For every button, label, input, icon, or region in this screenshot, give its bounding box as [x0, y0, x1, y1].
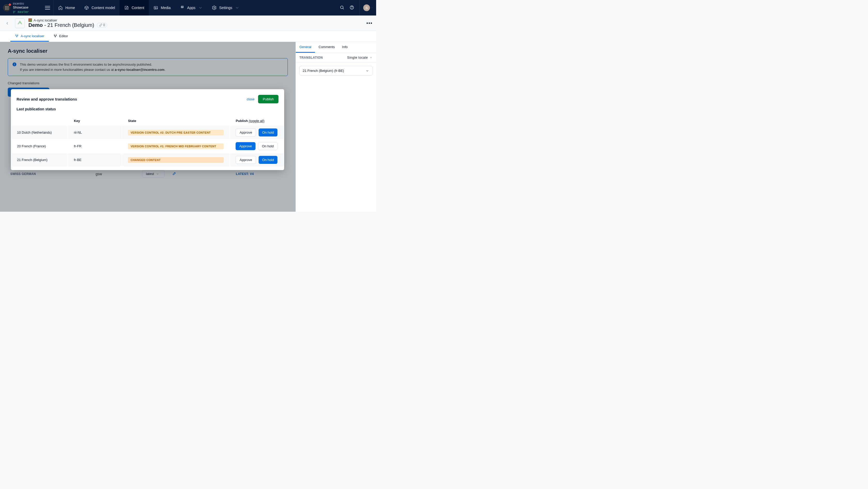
cell-language: 21 French (Belgium) — [11, 153, 68, 166]
entry-title: Demo - 21 French (Belgium) — [28, 22, 94, 28]
cell-language: 10 Dutch (Netherlands) — [11, 126, 68, 139]
th-key: Key — [68, 116, 122, 125]
translation-section-label: TRANSLATION — [300, 56, 323, 59]
svg-point-0 — [13, 11, 14, 12]
org-name: incentro — [13, 2, 29, 5]
back-button[interactable] — [4, 21, 10, 25]
svg-point-2 — [15, 11, 15, 11]
nav-content-model[interactable]: Content model — [80, 0, 120, 16]
modal-title: Review and approve translations — [17, 97, 77, 101]
sidetab-comments[interactable]: Comments — [315, 42, 338, 53]
search-icon[interactable] — [340, 5, 344, 10]
svg-point-5 — [214, 7, 215, 8]
onhold-button[interactable]: On hold — [258, 142, 278, 150]
cell-language: 20 French (France) — [11, 140, 68, 153]
environment-branch: master — [13, 10, 29, 14]
user-menu[interactable]: S — [359, 0, 373, 16]
table-row: 21 French (Belgium)fr-BECHANGED CONTENTA… — [11, 153, 284, 166]
translations-table: Key State Publish (toggle all) 10 Dutch … — [11, 116, 284, 167]
svg-point-13 — [56, 35, 56, 35]
avatar: S — [363, 4, 370, 11]
svg-point-14 — [55, 36, 56, 37]
apps-grid-icon[interactable] — [3, 4, 10, 11]
svg-point-6 — [340, 6, 343, 9]
table-row: 10 Dutch (Netherlands)nl-NLVERSION CONTR… — [11, 126, 284, 139]
svg-rect-3 — [154, 6, 158, 9]
cell-state: CHANGED CONTENT — [122, 153, 229, 166]
locale-dropdown[interactable]: 21 French (Belgium) (fr-BE) — [300, 66, 373, 75]
sidetab-info[interactable]: Info — [338, 42, 351, 53]
help-icon[interactable] — [349, 5, 354, 10]
th-publish: Publish (toggle all) — [230, 116, 284, 125]
tab-editor[interactable]: Editor — [49, 31, 72, 41]
svg-point-1 — [13, 12, 14, 13]
entry-type-icon — [15, 18, 25, 28]
localiser-icon — [28, 18, 32, 22]
hamburger-menu-icon[interactable] — [45, 6, 50, 9]
toggle-all-link[interactable]: (toggle all) — [249, 119, 265, 123]
onhold-button[interactable]: On hold — [258, 128, 278, 136]
sidetab-general[interactable]: General — [296, 42, 315, 53]
cell-state: VERSION CONTROL #1: FRENCH MID FEBRUARY … — [122, 140, 229, 153]
svg-point-10 — [17, 35, 18, 35]
cell-key: fr-BE — [68, 153, 122, 166]
close-link[interactable]: close — [247, 97, 254, 101]
more-actions-button[interactable] — [367, 23, 372, 24]
space-name: Showcase — [13, 5, 29, 9]
content-type-label: A-sync localiser — [28, 18, 107, 22]
nav-home[interactable]: Home — [54, 0, 80, 16]
locale-mode-toggle[interactable]: Single locale — [347, 56, 373, 59]
cell-key: fr-FR — [68, 140, 122, 153]
top-nav: incentro Showcase master Home Content mo… — [0, 0, 376, 16]
svg-point-12 — [54, 35, 55, 35]
nav-settings[interactable]: Settings — [208, 0, 244, 16]
cell-state: VERSION CONTROL #2: DUTCH PRE EASTER CON… — [122, 126, 229, 139]
editor-tabs: A-sync localiser Editor — [0, 31, 376, 42]
entry-titlebar: A-sync localiser Demo - 21 French (Belgi… — [0, 16, 376, 31]
references-count[interactable]: 0 — [97, 23, 107, 27]
approve-button[interactable]: Approve — [236, 156, 256, 164]
approve-button[interactable]: Approve — [236, 128, 256, 136]
space-switcher[interactable]: incentro Showcase master — [0, 0, 54, 16]
th-state: State — [122, 116, 229, 125]
tab-localiser[interactable]: A-sync localiser — [10, 31, 49, 41]
side-panel: General Comments Info TRANSLATION Single… — [296, 42, 376, 212]
nav-content[interactable]: Content — [120, 0, 149, 16]
cell-key: nl-NL — [68, 126, 122, 139]
onhold-button[interactable]: On hold — [258, 156, 278, 164]
svg-point-9 — [16, 35, 16, 35]
nav-apps[interactable]: Apps — [176, 0, 208, 16]
approve-button[interactable]: Approve — [236, 142, 255, 150]
nav-media[interactable]: Media — [149, 0, 175, 16]
table-row: 20 French (France)fr-FRVERSION CONTROL #… — [11, 140, 284, 153]
modal-subheading: Last publication status — [11, 107, 284, 116]
svg-point-11 — [17, 36, 17, 37]
review-approve-modal: Review and approve translations close Pu… — [11, 89, 284, 170]
svg-point-4 — [155, 7, 156, 8]
publish-button[interactable]: Publish — [258, 95, 278, 103]
